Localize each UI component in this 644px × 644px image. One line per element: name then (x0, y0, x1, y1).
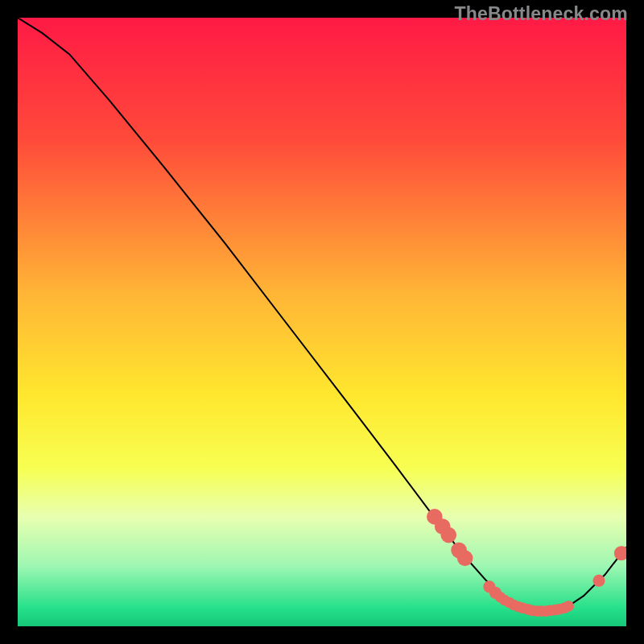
curve-marker (457, 551, 473, 567)
curve-marker (440, 527, 456, 543)
watermark-text: TheBottleneck.com (454, 3, 628, 25)
bottleneck-chart (18, 18, 626, 626)
curve-marker (592, 575, 605, 587)
gradient-background (18, 18, 626, 626)
chart-stage: TheBottleneck.com (0, 0, 644, 644)
curve-marker (563, 601, 574, 612)
